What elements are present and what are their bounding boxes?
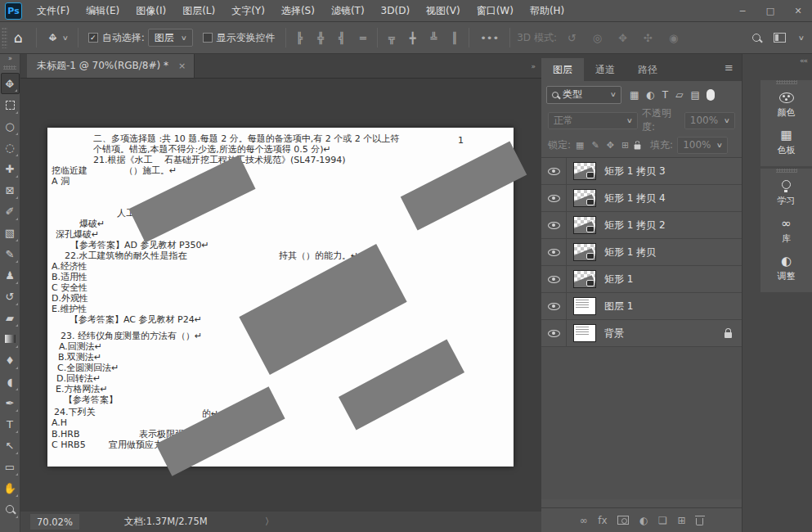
spot-healing-tool[interactable]: ✚ — [1, 158, 20, 179]
layer-visibility-cell[interactable] — [541, 158, 567, 185]
mode-3d-icon[interactable]: ✥ — [614, 32, 631, 44]
filter-pixel-layers-icon[interactable]: ▦ — [630, 89, 639, 101]
lock-image-icon[interactable]: ✎ — [591, 140, 599, 151]
layer-row[interactable]: 矩形 1 拷贝 4 — [541, 185, 742, 212]
home-icon[interactable]: ⌂ — [14, 29, 23, 46]
menu-item-滤镜(T)[interactable]: 滤镜(T) — [323, 0, 373, 22]
chevron-down-icon[interactable]: ∨ — [798, 34, 805, 42]
add-mask-icon[interactable] — [617, 516, 629, 525]
menu-item-帮助(H)[interactable]: 帮助(H) — [522, 0, 572, 22]
mode-3d-icon[interactable]: ↺ — [563, 32, 581, 44]
align-icon[interactable]: ╣ — [334, 32, 349, 44]
layer-thumbnail[interactable] — [573, 189, 596, 207]
tab-图层[interactable]: 图层 — [541, 58, 584, 81]
lock-artboard-icon[interactable]: ⊞ — [621, 140, 629, 151]
menu-item-选择(S)[interactable]: 选择(S) — [273, 0, 323, 22]
eye-icon[interactable] — [548, 303, 560, 310]
workspace-icon[interactable] — [774, 33, 786, 43]
zoom-level-field[interactable]: 70.02% — [30, 514, 79, 530]
checkbox-unchecked-icon[interactable] — [203, 33, 213, 43]
menu-item-文件(F)[interactable]: 文件(F) — [29, 0, 78, 22]
delete-layer-icon[interactable] — [696, 518, 703, 525]
gray-redaction-rectangle[interactable] — [401, 141, 527, 230]
layer-thumbnail[interactable] — [573, 162, 596, 180]
layer-visibility-cell[interactable] — [541, 266, 567, 293]
frame-tool[interactable]: ⊠ — [1, 179, 20, 201]
filter-adjustment-layers-icon[interactable]: ◐ — [646, 89, 654, 101]
adjustment-layer-icon[interactable]: ◐ — [639, 515, 648, 526]
lock-position-icon[interactable]: ✥ — [607, 140, 614, 151]
tab-通道[interactable]: 通道 — [584, 58, 626, 81]
layer-row[interactable]: 矩形 1 拷贝 — [541, 239, 742, 266]
panel-grip-handle[interactable] — [776, 169, 797, 173]
distribute-icon[interactable]: ╋ — [406, 32, 420, 44]
eraser-tool[interactable]: ▰ — [1, 307, 20, 328]
distribute-icon[interactable]: ║ — [447, 32, 462, 44]
dodge-tool[interactable]: ◖ — [1, 371, 20, 392]
panel-button-色板[interactable]: ▦色板 — [760, 124, 812, 161]
panel-button-库[interactable]: ∞库 — [760, 212, 812, 250]
layer-filter-dropdown[interactable]: 类型 ∨ — [546, 86, 621, 104]
brush-tool[interactable]: ✎ — [1, 243, 20, 264]
move-tool[interactable] — [1, 73, 20, 94]
checkbox-checked-icon[interactable]: ✓ — [88, 33, 98, 43]
filter-toggle-switch[interactable] — [707, 89, 715, 101]
auto-select-target-dropdown[interactable]: 图层 ∨ — [148, 29, 193, 47]
panel-button-颜色[interactable]: 颜色 — [760, 86, 812, 124]
menu-item-3D(D)[interactable]: 3D(D) — [373, 0, 418, 22]
mode-3d-icon[interactable]: ✣ — [639, 32, 657, 44]
close-icon[interactable]: ✕ — [784, 0, 812, 21]
layer-style-icon[interactable]: fx — [598, 515, 607, 526]
marquee-tool[interactable] — [1, 94, 20, 115]
eye-icon[interactable] — [548, 222, 560, 229]
panel-grip-handle[interactable] — [776, 80, 797, 84]
menu-item-文字(Y)[interactable]: 文字(Y) — [223, 0, 273, 22]
hand-tool[interactable]: ✋ — [1, 477, 20, 498]
distribute-icon[interactable]: ╩ — [427, 32, 442, 44]
panel-button-调整[interactable]: ◐调整 — [760, 250, 812, 287]
align-icon[interactable]: ═ — [356, 32, 370, 44]
mode-3d-icon[interactable]: ◉ — [665, 32, 682, 44]
auto-select-checkbox[interactable]: ✓ 自动选择: — [88, 31, 145, 45]
minimize-icon[interactable]: ─ — [729, 0, 756, 21]
search-icon[interactable] — [752, 34, 760, 42]
menu-item-编辑(E)[interactable]: 编辑(E) — [78, 0, 128, 22]
canvas-area[interactable]: 二、多项选择题 :共 10 题.每题 2 分。每题的备选项中,有 2 个或 2 … — [20, 79, 541, 512]
close-icon[interactable]: × — [178, 61, 186, 71]
status-chevron-icon[interactable]: 〉 — [265, 516, 275, 528]
align-icon[interactable]: ╬ — [313, 32, 328, 44]
options-grip-handle[interactable] — [2, 27, 7, 48]
menu-item-窗口(W)[interactable]: 窗口(W) — [469, 0, 522, 22]
layer-thumbnail[interactable] — [573, 243, 596, 261]
panel-menu-icon[interactable]: ≡ — [725, 61, 733, 74]
layer-visibility-cell[interactable] — [541, 320, 567, 347]
panel-button-学习[interactable]: 学习 — [760, 174, 812, 212]
collapse-panels-icon[interactable]: «« — [800, 56, 807, 65]
document-page[interactable]: 二、多项选择题 :共 10 题.每题 2 分。每题的备选项中,有 2 个或 2 … — [47, 128, 514, 467]
menu-item-图像(I)[interactable]: 图像(I) — [128, 0, 174, 22]
blend-mode-dropdown[interactable]: 正常 ∨ — [548, 112, 638, 129]
distribute-icon[interactable]: ╦ — [384, 32, 399, 44]
quick-selection-tool[interactable]: ◌ — [1, 137, 20, 158]
eye-icon[interactable] — [548, 168, 560, 175]
lasso-tool[interactable]: ○ — [1, 115, 20, 137]
pen-tool[interactable]: ✒ — [1, 392, 20, 413]
eye-icon[interactable] — [548, 330, 560, 337]
tab-路径[interactable]: 路径 — [626, 58, 669, 81]
mode-3d-icon[interactable]: ◎ — [589, 32, 606, 44]
layer-thumbnail[interactable] — [573, 216, 596, 234]
toolbar-grip-handle[interactable] — [3, 65, 16, 70]
layer-row[interactable]: 矩形 1 拷贝 3 — [541, 158, 742, 185]
layer-thumbnail[interactable] — [573, 270, 596, 288]
menu-item-图层(L)[interactable]: 图层(L) — [174, 0, 223, 22]
gray-redaction-rectangle[interactable] — [239, 244, 406, 375]
layer-visibility-cell[interactable] — [541, 212, 567, 239]
layer-thumbnail[interactable] — [573, 324, 596, 342]
menu-item-视图(V)[interactable]: 视图(V) — [418, 0, 469, 22]
layer-visibility-cell[interactable] — [541, 293, 567, 320]
path-select-tool[interactable]: ↖ — [1, 435, 20, 456]
link-layers-icon[interactable]: ∞ — [580, 515, 588, 526]
document-tab[interactable]: 未标题-1 @ 70%(RGB/8#) * × — [27, 54, 195, 78]
align-icon[interactable]: ╠ — [293, 32, 307, 44]
show-transform-checkbox[interactable]: 显示变换控件 — [203, 31, 276, 45]
